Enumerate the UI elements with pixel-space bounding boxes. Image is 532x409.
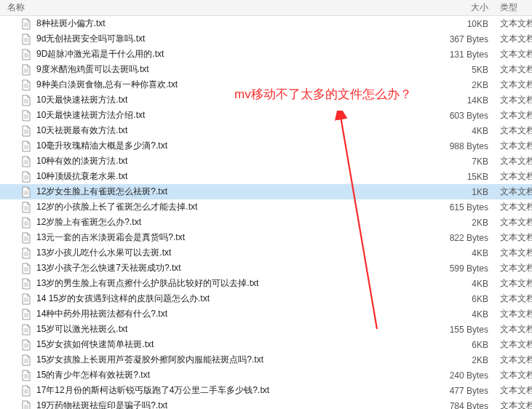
- file-row[interactable]: 9d无创祛斑安全吗可靠吗.txt367 Bytes文本文档: [0, 31, 532, 47]
- text-file-icon: [20, 339, 32, 351]
- file-name: 9度米醋泡鸡蛋可以去斑吗.txt: [36, 63, 437, 76]
- text-file-icon: [20, 202, 32, 213]
- text-file-icon: [20, 400, 32, 410]
- file-type: 文本文档: [496, 155, 532, 167]
- file-row[interactable]: 9种美白淡斑食物,总有一种你喜欢.txt2KB文本文档: [0, 77, 532, 92]
- file-size: 367 Bytes: [437, 34, 496, 44]
- text-file-icon: [20, 79, 32, 91]
- file-size: 988 Bytes: [437, 141, 496, 151]
- file-type: 文本文档: [496, 140, 532, 152]
- column-header: 名称 大小 类型: [0, 0, 532, 16]
- file-row[interactable]: 12岁的小孩脸上长了雀斑怎么才能去掉.txt615 Bytes文本文档: [0, 199, 532, 215]
- file-type: 文本文档: [496, 79, 532, 91]
- file-name: 17年12月份的斯柯达昕锐丐版跑了4万公里二手车多少钱?.txt: [36, 384, 437, 397]
- file-size: 2KB: [437, 218, 496, 228]
- file-type: 文本文档: [496, 109, 532, 122]
- header-type[interactable]: 类型: [496, 1, 532, 14]
- text-file-icon: [20, 309, 32, 320]
- file-row[interactable]: 13岁的男生脸上有斑点擦什么护肤品比较好的可以去掉.txt4KB文本文档: [0, 276, 532, 291]
- file-name: 10天最快速祛斑方法.txt: [36, 94, 437, 106]
- text-file-icon: [20, 18, 32, 30]
- file-type: 文本文档: [496, 354, 532, 366]
- text-file-icon: [20, 110, 32, 122]
- file-row[interactable]: 13岁小孩子怎么快速7天祛斑成功?.txt599 Bytes文本文档: [0, 261, 532, 276]
- file-type: 文本文档: [496, 262, 532, 274]
- text-file-icon: [20, 370, 32, 381]
- file-size: 599 Bytes: [437, 263, 496, 274]
- file-name: 10毫升玫瑰精油大概是多少滴?.txt: [36, 140, 437, 152]
- file-size: 155 Bytes: [437, 325, 496, 335]
- file-name: 9d无创祛斑安全吗可靠吗.txt: [36, 33, 437, 45]
- file-row[interactable]: 12岁脸上有雀斑怎么办?.txt2KB文本文档: [0, 215, 532, 230]
- file-row[interactable]: 9度米醋泡鸡蛋可以去斑吗.txt5KB文本文档: [0, 62, 532, 77]
- text-file-icon: [20, 156, 32, 167]
- file-row[interactable]: 12岁女生脸上有雀斑怎么祛斑?.txt1KB文本文档: [0, 184, 532, 199]
- file-row[interactable]: 17年12月份的斯柯达昕锐丐版跑了4万公里二手车多少钱?.txt477 Byte…: [0, 383, 532, 398]
- file-name: 15岁女孩如何快速简单祛斑.txt: [36, 338, 437, 351]
- file-name: 10种顶级抗衰老水果.txt: [36, 170, 437, 183]
- file-type: 文本文档: [496, 124, 532, 137]
- file-type: 文本文档: [496, 293, 532, 305]
- file-name: 19万药物祛斑祛痘印是骗子吗?.txt: [36, 400, 437, 409]
- file-row[interactable]: 10天最快速祛斑方法介绍.txt603 Bytes文本文档: [0, 108, 532, 123]
- file-row[interactable]: 15岁女孩脸上长斑用芦荟凝胶外擦阿胶内服能祛斑点吗?.txt2KB文本文档: [0, 352, 532, 368]
- file-row[interactable]: 15的青少年怎样有效祛斑?.txt240 Bytes文本文档: [0, 368, 532, 383]
- file-name: 9D超脉冲激光霜是干什么用的.txt: [36, 48, 437, 60]
- file-row[interactable]: 10天最快速祛斑方法.txt14KB文本文档: [0, 92, 532, 108]
- file-name: 12岁女生脸上有雀斑怎么祛斑?.txt: [36, 186, 437, 198]
- file-row[interactable]: 14种中药外用祛斑法都有什么?.txt4KB文本文档: [0, 306, 532, 322]
- file-type: 文本文档: [496, 308, 532, 320]
- file-name: 12岁脸上有雀斑怎么办?.txt: [36, 216, 437, 229]
- file-size: 240 Bytes: [437, 370, 496, 381]
- file-size: 2KB: [437, 80, 496, 90]
- file-size: 822 Bytes: [437, 233, 496, 243]
- file-type: 文本文档: [496, 17, 532, 30]
- text-file-icon: [20, 171, 32, 183]
- file-size: 6KB: [437, 340, 496, 350]
- file-row[interactable]: 13元一套的吉米淡斑霜会是真货吗?.txt822 Bytes文本文档: [0, 230, 532, 245]
- header-name[interactable]: 名称: [0, 1, 437, 14]
- text-file-icon: [20, 140, 32, 152]
- file-row[interactable]: 10天祛斑最有效方法.txt4KB文本文档: [0, 123, 532, 138]
- file-row[interactable]: 15岁女孩如何快速简单祛斑.txt6KB文本文档: [0, 337, 532, 352]
- file-size: 4KB: [437, 309, 496, 319]
- file-size: 10KB: [437, 19, 496, 29]
- file-type: 文本文档: [496, 231, 532, 244]
- file-type: 文本文档: [496, 384, 532, 397]
- file-type: 文本文档: [496, 216, 532, 229]
- text-file-icon: [20, 324, 32, 335]
- file-size: 5KB: [437, 65, 496, 75]
- text-file-icon: [20, 278, 32, 290]
- file-type: 文本文档: [496, 48, 532, 60]
- file-size: 784 Bytes: [437, 401, 496, 410]
- file-name: 14种中药外用祛斑法都有什么?.txt: [36, 308, 437, 320]
- file-name: 8种祛斑小偏方.txt: [36, 17, 437, 30]
- text-file-icon: [20, 125, 32, 137]
- file-type: 文本文档: [496, 170, 532, 183]
- file-size: 615 Bytes: [437, 202, 496, 213]
- file-row[interactable]: 15岁可以激光祛斑么.txt155 Bytes文本文档: [0, 322, 532, 337]
- file-name: 13岁小孩儿吃什么水果可以去斑.txt: [36, 247, 437, 259]
- file-type: 文本文档: [496, 277, 532, 290]
- file-size: 2KB: [437, 355, 496, 365]
- file-row[interactable]: 10种有效的淡斑方法.txt7KB文本文档: [0, 154, 532, 169]
- file-row[interactable]: 8种祛斑小偏方.txt10KB文本文档: [0, 16, 532, 31]
- file-type: 文本文档: [496, 33, 532, 45]
- file-size: 6KB: [437, 294, 496, 304]
- header-size[interactable]: 大小: [437, 1, 496, 14]
- file-row[interactable]: 9D超脉冲激光霜是干什么用的.txt131 Bytes文本文档: [0, 47, 532, 62]
- text-file-icon: [20, 293, 32, 305]
- file-name: 15岁可以激光祛斑么.txt: [36, 323, 437, 335]
- file-type: 文本文档: [496, 369, 532, 381]
- file-size: 15KB: [437, 172, 496, 182]
- text-file-icon: [20, 263, 32, 274]
- text-file-icon: [20, 186, 32, 198]
- file-name: 13元一套的吉米淡斑霜会是真货吗?.txt: [36, 231, 437, 244]
- file-row[interactable]: 13岁小孩儿吃什么水果可以去斑.txt4KB文本文档: [0, 245, 532, 261]
- file-row[interactable]: 19万药物祛斑祛痘印是骗子吗?.txt784 Bytes文本文档: [0, 398, 532, 409]
- file-row[interactable]: 10毫升玫瑰精油大概是多少滴?.txt988 Bytes文本文档: [0, 138, 532, 154]
- file-size: 603 Bytes: [437, 111, 496, 121]
- file-name: 12岁的小孩脸上长了雀斑怎么才能去掉.txt: [36, 201, 437, 213]
- file-row[interactable]: 14 15岁的女孩遇到这样的皮肤问题怎么办.txt6KB文本文档: [0, 291, 532, 306]
- file-row[interactable]: 10种顶级抗衰老水果.txt15KB文本文档: [0, 169, 532, 184]
